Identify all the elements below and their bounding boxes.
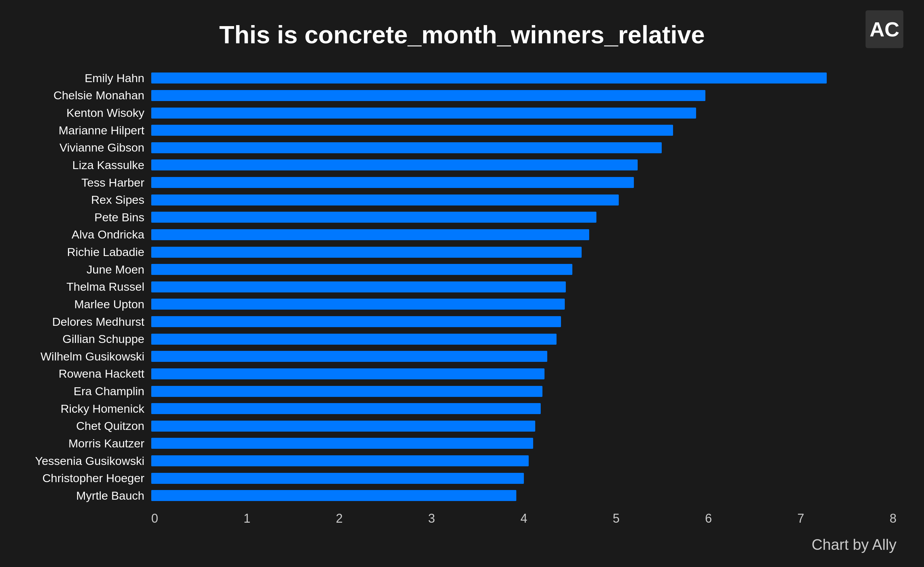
bar-label: Kenton Wisoky xyxy=(27,106,151,120)
bar-fill xyxy=(151,316,561,327)
bar-row: Gillian Schuppe xyxy=(27,332,897,346)
bar-label: Morris Kautzer xyxy=(27,437,151,450)
bar-row: Ricky Homenick xyxy=(27,402,897,416)
bar-track xyxy=(151,212,897,223)
bar-label: Era Champlin xyxy=(27,384,151,398)
bar-track xyxy=(151,351,897,362)
bar-row: Richie Labadie xyxy=(27,245,897,259)
bar-fill xyxy=(151,72,827,84)
bar-label: Liza Kassulke xyxy=(27,158,151,172)
bar-track xyxy=(151,72,897,84)
x-axis-tick: 3 xyxy=(428,512,435,526)
bar-track xyxy=(151,316,897,327)
bar-fill xyxy=(151,195,619,206)
bar-row: Chet Quitzon xyxy=(27,419,897,433)
bar-track xyxy=(151,386,897,397)
bar-label: Pete Bins xyxy=(27,211,151,224)
bar-label: Vivianne Gibson xyxy=(27,141,151,154)
bar-row: Liza Kassulke xyxy=(27,158,897,172)
bar-row: June Moen xyxy=(27,262,897,276)
bar-label: Thelma Russel xyxy=(27,280,151,294)
bar-label: Christopher Hoeger xyxy=(27,471,151,485)
bar-fill xyxy=(151,455,529,466)
chart-container: This is concrete_month_winners_relative … xyxy=(0,0,924,567)
bar-row: Marlee Upton xyxy=(27,297,897,311)
bar-track xyxy=(151,125,897,136)
bar-label: Yessenia Gusikowski xyxy=(27,454,151,468)
bar-track xyxy=(151,108,897,118)
bar-fill xyxy=(151,212,596,223)
bar-row: Alva Ondricka xyxy=(27,228,897,242)
bar-fill xyxy=(151,421,535,432)
bar-fill xyxy=(151,351,547,362)
bar-fill xyxy=(151,490,516,501)
bar-row: Morris Kautzer xyxy=(27,436,897,450)
bar-row: Wilhelm Gusikowski xyxy=(27,350,897,363)
bar-row: Christopher Hoeger xyxy=(27,471,897,485)
ac-badge: AC xyxy=(866,10,903,48)
x-axis-tick: 0 xyxy=(151,512,158,526)
bar-row: Yessenia Gusikowski xyxy=(27,454,897,468)
bar-label: Alva Ondricka xyxy=(27,228,151,241)
x-axis-tick: 4 xyxy=(520,512,527,526)
bar-row: Tess Harber xyxy=(27,176,897,189)
bar-fill xyxy=(151,177,634,188)
chart-body: Emily HahnChelsie MonahanKenton WisokyMa… xyxy=(27,69,897,526)
bar-track xyxy=(151,229,897,240)
bars-section: Emily HahnChelsie MonahanKenton WisokyMa… xyxy=(27,69,897,504)
bar-track xyxy=(151,490,897,501)
bar-track xyxy=(151,264,897,275)
bar-row: Rex Sipes xyxy=(27,193,897,207)
bar-fill xyxy=(151,108,696,118)
chart-title: This is concrete_month_winners_relative xyxy=(27,21,897,49)
x-axis-tick: 2 xyxy=(336,512,343,526)
bar-fill xyxy=(151,229,589,240)
bar-track xyxy=(151,142,897,153)
bar-fill xyxy=(151,142,662,153)
bar-fill xyxy=(151,473,524,484)
bar-track xyxy=(151,403,897,414)
bar-row: Marianne Hilpert xyxy=(27,123,897,137)
bar-row: Thelma Russel xyxy=(27,280,897,294)
bar-label: Rowena Hackett xyxy=(27,367,151,380)
bar-label: Richie Labadie xyxy=(27,245,151,259)
x-axis-tick: 6 xyxy=(705,512,712,526)
bar-fill xyxy=(151,334,556,345)
x-axis-tick: 7 xyxy=(797,512,804,526)
bar-track xyxy=(151,473,897,484)
bar-fill xyxy=(151,247,582,258)
bar-track xyxy=(151,195,897,206)
bar-track xyxy=(151,421,897,432)
bar-fill xyxy=(151,264,572,275)
bar-label: June Moen xyxy=(27,263,151,276)
bar-track xyxy=(151,177,897,188)
bar-track xyxy=(151,438,897,449)
x-axis-tick: 5 xyxy=(613,512,620,526)
x-axis-tick: 1 xyxy=(243,512,250,526)
bar-track xyxy=(151,90,897,101)
x-axis: 012345678 xyxy=(151,504,897,526)
bar-row: Vivianne Gibson xyxy=(27,141,897,154)
bar-fill xyxy=(151,125,673,136)
bar-row: Pete Bins xyxy=(27,210,897,224)
bar-row: Era Champlin xyxy=(27,384,897,398)
bar-label: Myrtle Bauch xyxy=(27,489,151,502)
bar-label: Marlee Upton xyxy=(27,298,151,311)
bar-row: Chelsie Monahan xyxy=(27,88,897,102)
bar-fill xyxy=(151,368,544,380)
bar-fill xyxy=(151,386,542,397)
bar-fill xyxy=(151,282,566,292)
bar-track xyxy=(151,368,897,380)
bar-label: Chet Quitzon xyxy=(27,419,151,433)
bar-fill xyxy=(151,403,541,414)
bar-row: Emily Hahn xyxy=(27,71,897,85)
bar-label: Ricky Homenick xyxy=(27,402,151,416)
bar-fill xyxy=(151,90,705,101)
bar-track xyxy=(151,298,897,310)
watermark-label: Chart by Ally xyxy=(812,536,897,553)
bar-track xyxy=(151,334,897,345)
bar-row: Kenton Wisoky xyxy=(27,106,897,120)
bar-row: Myrtle Bauch xyxy=(27,489,897,502)
bar-fill xyxy=(151,438,533,449)
bar-label: Rex Sipes xyxy=(27,193,151,207)
